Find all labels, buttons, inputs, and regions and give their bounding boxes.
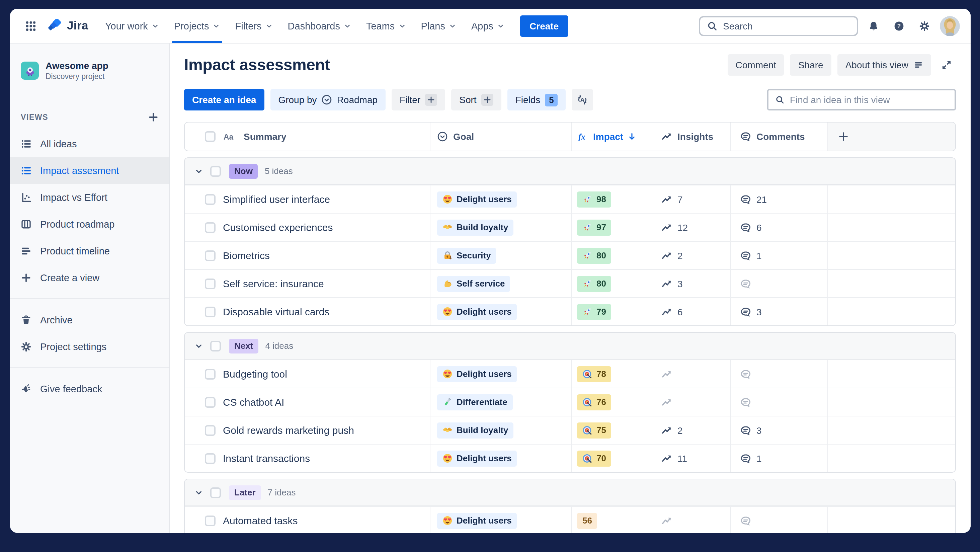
notifications-button[interactable] xyxy=(864,16,884,36)
comments-cell[interactable] xyxy=(730,388,827,416)
row-checkbox[interactable] xyxy=(205,222,216,233)
goal-chip[interactable]: Build loyalty xyxy=(437,422,514,438)
sidebar-item-impact-assesment[interactable]: Impact assesment xyxy=(10,157,169,184)
insights-cell[interactable]: 11 xyxy=(653,445,730,472)
sidebar-item-give-feedback[interactable]: Give feedback xyxy=(10,375,169,402)
share-button[interactable]: Share xyxy=(790,54,831,76)
table-row[interactable]: CS chatbot AIDifferentiate76 xyxy=(185,388,955,416)
project-header[interactable]: Awesome app Discovery project xyxy=(10,60,169,81)
group-by-button[interactable]: Group by Roadmap xyxy=(270,89,386,110)
row-checkbox[interactable] xyxy=(210,340,221,351)
row-checkbox[interactable] xyxy=(205,194,216,205)
goal-chip[interactable]: Delight users xyxy=(437,304,517,320)
impact-chip[interactable]: 79 xyxy=(577,304,611,320)
sidebar-item-product-timeline[interactable]: Product timeline xyxy=(10,238,169,264)
comment-button[interactable]: Comment xyxy=(728,54,784,76)
insights-cell[interactable]: 7 xyxy=(653,185,730,213)
impact-chip[interactable]: 98 xyxy=(577,191,611,207)
fullscreen-button[interactable] xyxy=(937,54,956,76)
settings-button[interactable] xyxy=(915,16,934,36)
comments-cell[interactable] xyxy=(730,270,827,297)
comments-cell[interactable]: 6 xyxy=(730,213,827,241)
table-row[interactable]: Budgeting toolDelight users78 xyxy=(185,360,955,388)
insights-cell[interactable]: 2 xyxy=(653,417,730,444)
comments-cell[interactable] xyxy=(730,360,827,388)
row-checkbox[interactable] xyxy=(205,453,216,464)
column-header-comments[interactable]: Comments xyxy=(730,122,827,151)
table-row[interactable]: Automated tasksDelight users56 xyxy=(185,506,955,533)
nav-item-dashboards[interactable]: Dashboards xyxy=(280,9,359,43)
goal-chip[interactable]: Delight users xyxy=(437,191,517,207)
sort-button[interactable]: Sort xyxy=(451,89,501,110)
comments-cell[interactable]: 3 xyxy=(730,298,827,325)
goal-chip[interactable]: Differentiate xyxy=(437,394,513,410)
sidebar-item-product-roadmap[interactable]: Product roadmap xyxy=(10,211,169,238)
row-checkbox[interactable] xyxy=(205,306,216,317)
column-header-summary[interactable]: AaSummary xyxy=(185,122,430,151)
global-search-input[interactable] xyxy=(723,21,850,31)
row-checkbox[interactable] xyxy=(205,397,216,407)
insights-cell[interactable]: 12 xyxy=(653,213,730,241)
create-button[interactable]: Create xyxy=(520,15,568,37)
fields-button[interactable]: Fields 5 xyxy=(508,89,566,110)
table-row[interactable]: Disposable virtual cardsDelight users796… xyxy=(185,297,955,325)
find-idea-search[interactable] xyxy=(767,89,956,110)
comments-cell[interactable]: 1 xyxy=(730,242,827,269)
table-row[interactable]: Customised experiencesBuild loyalty97126 xyxy=(185,213,955,241)
sidebar-item-archive[interactable]: Archive xyxy=(10,307,169,333)
insights-cell[interactable]: 6 xyxy=(653,298,730,325)
nav-item-plans[interactable]: Plans xyxy=(414,9,464,43)
help-button[interactable]: ? xyxy=(889,16,909,36)
translate-button[interactable]: A xyxy=(572,89,593,110)
goal-chip[interactable]: Build loyalty xyxy=(437,219,514,235)
global-search[interactable] xyxy=(699,16,858,36)
row-checkbox[interactable] xyxy=(205,250,216,261)
table-row[interactable]: Self service: insuranceSelf service803 xyxy=(185,269,955,297)
nav-item-projects[interactable]: Projects xyxy=(167,9,228,43)
column-header-goal[interactable]: Goal xyxy=(430,122,571,151)
impact-chip[interactable]: 78 xyxy=(577,366,611,382)
row-checkbox[interactable] xyxy=(205,278,216,289)
impact-chip[interactable]: 76 xyxy=(577,394,611,410)
insights-cell[interactable] xyxy=(653,507,730,533)
nav-item-filters[interactable]: Filters xyxy=(228,9,280,43)
find-idea-input[interactable] xyxy=(790,94,948,105)
table-row[interactable]: BiometricsSecurity8021 xyxy=(185,241,955,269)
insights-cell[interactable] xyxy=(653,360,730,388)
collapse-group-button[interactable] xyxy=(193,165,205,177)
row-checkbox[interactable] xyxy=(205,515,216,526)
comments-cell[interactable] xyxy=(730,507,827,533)
nav-item-apps[interactable]: Apps xyxy=(464,9,512,43)
sidebar-item-impact-vs-effort[interactable]: Impact vs Effort xyxy=(10,184,169,211)
about-this-view-button[interactable]: About this view xyxy=(837,54,931,76)
goal-chip[interactable]: Security xyxy=(437,247,496,264)
add-view-button[interactable] xyxy=(145,109,161,125)
insights-cell[interactable]: 2 xyxy=(653,242,730,269)
add-field-button[interactable] xyxy=(835,128,852,145)
sidebar-item-project-settings[interactable]: Project settings xyxy=(10,333,169,360)
create-idea-button[interactable]: Create an idea xyxy=(184,89,264,110)
impact-chip[interactable]: 75 xyxy=(577,422,611,438)
impact-chip[interactable]: 97 xyxy=(577,219,611,235)
nav-item-teams[interactable]: Teams xyxy=(359,9,414,43)
table-row[interactable]: Instant transactionsDelight users70111 xyxy=(185,444,955,472)
filter-button[interactable]: Filter xyxy=(391,89,445,110)
jira-logo[interactable]: Jira xyxy=(48,18,88,33)
row-checkbox[interactable] xyxy=(205,425,216,436)
impact-chip[interactable]: 56 xyxy=(577,512,597,528)
row-checkbox[interactable] xyxy=(210,166,221,177)
column-header-impact[interactable]: fxImpact xyxy=(571,122,653,151)
insights-cell[interactable]: 3 xyxy=(653,270,730,297)
sidebar-item-create-a-view[interactable]: Create a view xyxy=(10,264,169,291)
table-row[interactable]: Gold rewards marketing pushBuild loyalty… xyxy=(185,416,955,444)
insights-cell[interactable] xyxy=(653,388,730,416)
row-checkbox[interactable] xyxy=(205,131,216,142)
comments-cell[interactable]: 1 xyxy=(730,445,827,472)
impact-chip[interactable]: 80 xyxy=(577,275,611,291)
row-checkbox[interactable] xyxy=(210,487,221,498)
row-checkbox[interactable] xyxy=(205,369,216,379)
collapse-group-button[interactable] xyxy=(193,340,205,352)
user-avatar[interactable] xyxy=(940,16,960,36)
sidebar-item-all-ideas[interactable]: All ideas xyxy=(10,130,169,157)
goal-chip[interactable]: Delight users xyxy=(437,366,517,382)
